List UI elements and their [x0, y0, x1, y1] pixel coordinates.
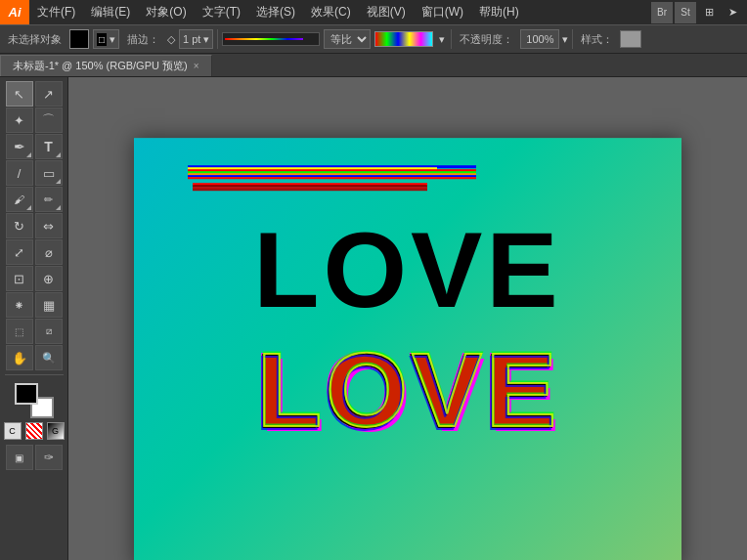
menu-help[interactable]: 帮助(H) — [471, 0, 527, 24]
menu-right-icons: Br St ⊞ ➤ — [651, 2, 747, 23]
toolbar: 未选择对象 □ ▾ 描边： ◇ 1 pt ▾ 等比 ▾ 不透明度： ▾ 样式： — [0, 24, 747, 54]
free-transform-tool[interactable]: ⊡ — [6, 266, 33, 291]
menu-file[interactable]: 文件(F) — [29, 0, 83, 24]
select-tool[interactable]: ↖ — [6, 81, 33, 107]
deco-lines-container — [188, 165, 476, 193]
fg-bg-colors[interactable] — [15, 383, 54, 418]
scale-warp-row: ⤢ ⌀ — [6, 239, 63, 265]
color-area: C G — [4, 383, 65, 440]
menu-select[interactable]: 选择(S) — [248, 0, 303, 24]
search-icon[interactable]: ➤ — [722, 2, 743, 23]
stock-icon[interactable]: St — [675, 2, 696, 23]
pen-row: ✒ T — [6, 134, 63, 159]
tool-separator — [5, 374, 64, 375]
pencil-tool[interactable]: ✏ — [35, 187, 63, 212]
rect-tool[interactable]: ▭ — [35, 160, 63, 186]
love-colored-text: LOVE LOVE LOVE LOVE LOVE LOVE — [134, 338, 681, 444]
line-tool[interactable]: / — [6, 160, 33, 186]
artboard: LOVE LOVE LOVE LOVE LOVE LOVE LOVE — [134, 138, 681, 560]
opacity-input[interactable] — [520, 29, 559, 49]
hand-zoom-row: ✋ 🔍 — [6, 345, 63, 370]
arrange-icon[interactable]: ⊞ — [698, 2, 720, 23]
rotate-reflect-row: ↻ ⇔ — [6, 213, 63, 238]
pen-tool[interactable]: ✒ — [6, 134, 33, 159]
stroke-label: 描边： — [123, 32, 163, 47]
scale-tool[interactable]: ⤢ — [6, 239, 33, 265]
slice-tool[interactable]: ⧄ — [35, 319, 63, 344]
gradient-btn[interactable]: G — [47, 422, 65, 440]
magic-wand-tool[interactable]: ✦ — [6, 108, 33, 133]
line-style-select[interactable]: 等比 — [324, 29, 371, 49]
stroke-value: 1 pt — [183, 33, 200, 45]
stroke-color-preview[interactable] — [374, 31, 433, 47]
opacity-label: 不透明度： — [456, 32, 517, 47]
lasso-tool[interactable]: ⌒ — [35, 108, 63, 133]
menu-window[interactable]: 窗口(W) — [414, 0, 471, 24]
wand-lasso-row: ✦ ⌒ — [6, 108, 63, 133]
none-color-btn[interactable] — [25, 422, 43, 440]
love-yellow-layer: LOVE — [134, 337, 681, 443]
line-shape-row: / ▭ — [6, 160, 63, 186]
menu-bar: Ai 文件(F) 编辑(E) 对象(O) 文字(T) 选择(S) 效果(C) 视… — [0, 0, 747, 24]
toolbox: ↖ ↗ ✦ ⌒ ✒ T / ▭ 🖌 ✏ ↻ ⇔ ⤢ ⌀ — [0, 77, 68, 560]
menu-object[interactable]: 对象(O) — [138, 0, 194, 24]
style-preview[interactable] — [620, 30, 641, 48]
artboard-tool[interactable]: ⬚ — [6, 319, 33, 344]
style-box: 样式： — [577, 30, 641, 48]
brush-tool[interactable]: 🖌 — [6, 187, 33, 212]
extra-tools-row: ▣ ✑ — [6, 445, 63, 470]
color-bottom-row: C G — [4, 422, 65, 440]
artboard-slice-row: ⬚ ⧄ — [6, 319, 63, 344]
tab-bar: 未标题-1* @ 150% (RGB/GPU 预览) × — [0, 54, 747, 77]
stroke-pattern[interactable] — [222, 32, 320, 46]
shape-builder-tool[interactable]: ⊕ — [35, 266, 63, 291]
transform-shapebuilder-row: ⊡ ⊕ — [6, 266, 63, 291]
tab-close-btn[interactable]: × — [194, 61, 199, 71]
style-label: 样式： — [577, 32, 617, 47]
bridge-icon[interactable]: Br — [651, 2, 673, 23]
ai-logo: Ai — [0, 0, 29, 24]
menu-effect[interactable]: 效果(C) — [303, 0, 359, 24]
tab-title: 未标题-1* @ 150% (RGB/GPU 预览) — [13, 59, 188, 73]
zoom-tool[interactable]: 🔍 — [35, 345, 63, 370]
stroke-value-box[interactable]: 1 pt ▾ — [179, 29, 213, 49]
document-tab[interactable]: 未标题-1* @ 150% (RGB/GPU 预览) × — [0, 55, 212, 76]
menu-edit[interactable]: 编辑(E) — [83, 0, 138, 24]
canvas-area[interactable]: LOVE LOVE LOVE LOVE LOVE LOVE LOVE — [68, 77, 747, 560]
column-graph-tool[interactable]: ▦ — [35, 292, 63, 318]
direct-select-tool[interactable]: ↗ — [35, 81, 63, 107]
symbol-spray-tool[interactable]: ⁕ — [6, 292, 33, 318]
stroke-box: □ ▾ — [93, 29, 119, 49]
select-tools-row: ↖ ↗ — [6, 81, 63, 107]
warp-tool[interactable]: ⌀ — [35, 239, 63, 265]
menu-view[interactable]: 视图(V) — [359, 0, 414, 24]
type-tool[interactable]: T — [35, 134, 63, 159]
fill-color[interactable] — [69, 29, 89, 49]
color-mode-btn[interactable]: C — [4, 422, 22, 440]
brush-pencil-row: 🖌 ✏ — [6, 187, 63, 212]
eyedropper-tool[interactable]: ✑ — [35, 445, 63, 470]
hand-tool[interactable]: ✋ — [6, 345, 33, 370]
love-black-text: LOVE — [134, 216, 681, 323]
no-selection-label: 未选择对象 — [4, 32, 66, 47]
opacity-box: 不透明度： ▾ — [456, 29, 568, 49]
reflect-tool[interactable]: ⇔ — [35, 213, 63, 238]
symbol-graph-row: ⁕ ▦ — [6, 292, 63, 318]
screen-mode-btn[interactable]: ▣ — [6, 445, 33, 470]
rotate-tool[interactable]: ↻ — [6, 213, 33, 238]
fg-color-box[interactable] — [15, 383, 38, 405]
main-area: ↖ ↗ ✦ ⌒ ✒ T / ▭ 🖌 ✏ ↻ ⇔ ⤢ ⌀ — [0, 77, 747, 560]
menu-text[interactable]: 文字(T) — [195, 0, 248, 24]
